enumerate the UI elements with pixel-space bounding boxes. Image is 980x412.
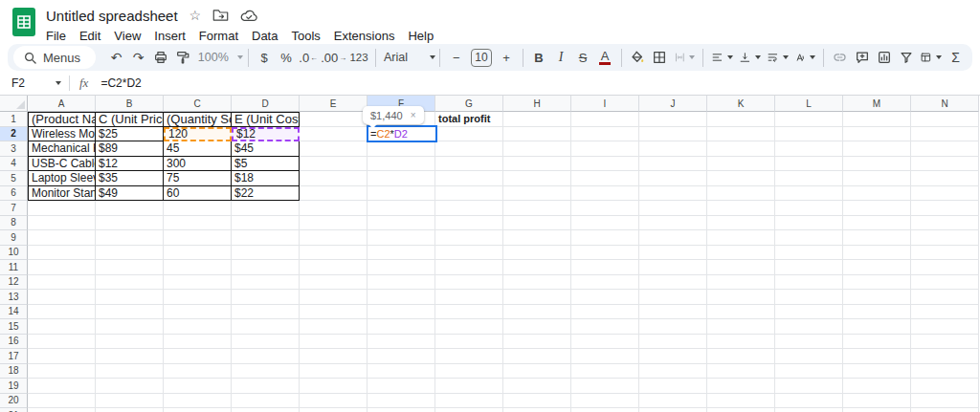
cell-F17[interactable] (368, 349, 435, 364)
dismiss-preview-button[interactable]: × (411, 110, 416, 120)
cell-J1[interactable] (639, 112, 707, 127)
cell-F14[interactable] (368, 305, 435, 320)
cell-D1[interactable]: E (Unit Cost) (232, 112, 300, 127)
cell-C18[interactable] (164, 364, 232, 379)
decrease-font-size-button[interactable]: − (445, 46, 467, 69)
cell-D6[interactable]: $22 (232, 186, 300, 202)
cell-B13[interactable] (96, 290, 164, 305)
cell-D15[interactable] (232, 319, 300, 335)
cell-M16[interactable] (843, 335, 911, 350)
cell-G18[interactable] (435, 364, 503, 379)
cell-G17[interactable] (435, 349, 503, 364)
cell-I10[interactable] (571, 246, 639, 261)
cell-D3[interactable]: $45 (232, 141, 300, 157)
cell-B19[interactable] (96, 379, 164, 394)
column-header-K[interactable]: K (707, 96, 775, 112)
cell-J18[interactable] (639, 364, 707, 379)
cell-J16[interactable] (639, 335, 707, 350)
cell-E7[interactable] (300, 201, 368, 216)
cell-K8[interactable] (707, 216, 775, 231)
cell-D17[interactable] (232, 349, 300, 364)
cell-E16[interactable] (300, 335, 368, 350)
cell-J19[interactable] (639, 379, 707, 394)
cell-I2[interactable] (571, 127, 639, 142)
cell-H20[interactable] (503, 394, 571, 409)
cell-L19[interactable] (775, 379, 843, 394)
cell-K10[interactable] (707, 246, 775, 261)
cell-K2[interactable] (707, 127, 775, 142)
cell-H11[interactable] (503, 260, 571, 275)
cell-G2[interactable] (435, 127, 503, 142)
menu-file[interactable]: File (39, 27, 73, 45)
cell-C17[interactable] (164, 349, 232, 364)
cell-J15[interactable] (639, 319, 707, 335)
cell-I4[interactable] (571, 157, 639, 172)
column-header-E[interactable]: E (300, 96, 368, 112)
cell-B3[interactable]: $89 (96, 141, 164, 157)
cell-G1[interactable]: total profit (435, 112, 503, 127)
cell-M9[interactable] (843, 230, 911, 246)
cell-J12[interactable] (639, 275, 707, 291)
cell-I17[interactable] (571, 349, 639, 364)
cell-K7[interactable] (707, 201, 775, 216)
cell-D16[interactable] (232, 335, 300, 350)
cell-E17[interactable] (300, 349, 368, 364)
cell-C13[interactable] (164, 290, 232, 305)
editing-cell-F2[interactable]: =C2*D2 (367, 125, 437, 142)
cell-A16[interactable] (28, 335, 96, 350)
cell-B11[interactable] (96, 260, 164, 275)
cell-N6[interactable] (911, 186, 979, 202)
cell-K20[interactable] (707, 394, 775, 409)
row-header-15[interactable]: 15 (0, 319, 28, 335)
menu-format[interactable]: Format (192, 27, 245, 45)
cell-A19[interactable] (28, 379, 96, 394)
percent-format-button[interactable]: % (276, 46, 298, 69)
cell-M5[interactable] (843, 171, 911, 186)
cell-D20[interactable] (232, 394, 300, 409)
cell-L14[interactable] (775, 305, 843, 320)
row-header-10[interactable]: 10 (0, 246, 28, 261)
text-rotation-button[interactable] (791, 46, 819, 69)
insert-chart-button[interactable] (873, 46, 895, 69)
cell-A21[interactable] (28, 408, 96, 412)
column-header-G[interactable]: G (435, 96, 503, 112)
cell-G5[interactable] (435, 171, 503, 186)
cell-B5[interactable]: $35 (96, 171, 164, 186)
cell-L7[interactable] (775, 201, 843, 216)
row-header-19[interactable]: 19 (0, 379, 28, 394)
cell-M10[interactable] (843, 246, 911, 261)
cell-C10[interactable] (164, 246, 232, 261)
cell-N19[interactable] (911, 379, 979, 394)
cell-N9[interactable] (911, 230, 979, 246)
insert-link-button[interactable] (829, 46, 851, 69)
cell-D8[interactable] (232, 216, 300, 231)
cell-I8[interactable] (571, 216, 639, 231)
cell-N7[interactable] (911, 201, 979, 216)
cell-G16[interactable] (435, 335, 503, 350)
cell-I16[interactable] (571, 335, 639, 350)
cell-H17[interactable] (503, 349, 571, 364)
row-header-17[interactable]: 17 (0, 349, 28, 364)
cell-D12[interactable] (232, 275, 300, 291)
cell-L11[interactable] (775, 260, 843, 275)
menu-insert[interactable]: Insert (147, 27, 192, 45)
cell-B4[interactable]: $12 (96, 157, 164, 172)
cell-M2[interactable] (843, 127, 911, 142)
cell-K18[interactable] (707, 364, 775, 379)
cell-K19[interactable] (707, 379, 775, 394)
cell-N21[interactable] (911, 408, 979, 412)
cell-C8[interactable] (164, 216, 232, 231)
row-header-6[interactable]: 6 (0, 186, 28, 202)
decrease-decimals-button[interactable]: .0← (298, 46, 320, 69)
cell-M13[interactable] (843, 290, 911, 305)
cell-L10[interactable] (775, 246, 843, 261)
cell-H13[interactable] (503, 290, 571, 305)
text-wrap-button[interactable] (764, 46, 791, 69)
cell-L2[interactable] (775, 127, 843, 142)
search-menus-button[interactable]: Menus (13, 46, 96, 69)
cell-N8[interactable] (911, 216, 979, 231)
cell-G19[interactable] (435, 379, 503, 394)
cell-F20[interactable] (368, 394, 435, 409)
cell-F4[interactable] (368, 157, 435, 172)
cell-N10[interactable] (911, 246, 979, 261)
